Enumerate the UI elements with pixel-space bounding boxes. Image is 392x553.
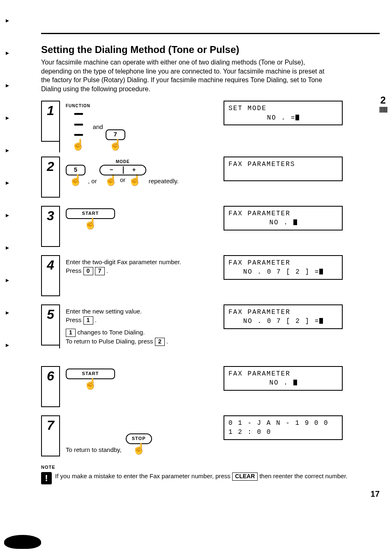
exclamation-icon: !	[41, 472, 52, 484]
display-line-1: FAX PARAMETER	[228, 308, 338, 317]
step-2: 2 5 ☝ , or MODE − + ☝ or ☝ rep	[41, 157, 380, 202]
chapter-tab: 2 ||||||||||||	[379, 94, 387, 113]
lcd-display: FAX PARAMETER NO . 0 7 [ 2 ] =	[224, 255, 343, 280]
step-action: To return to standby, STOP ☝	[59, 415, 219, 456]
press-hand-icon: ☝	[71, 139, 85, 150]
display-line-2: NO . =	[228, 113, 338, 122]
step-6: 6 START ☝ FAX PARAMETER NO .	[41, 366, 380, 411]
display-line-1: FAX PARAMETERS	[228, 160, 338, 169]
display-line-2: NO . 0 7 [ 2 ] =	[228, 317, 338, 326]
press-hand-icon: ☝	[84, 378, 97, 389]
chapter-number: 2	[379, 94, 387, 106]
section-rule	[41, 33, 380, 34]
clear-key: CLEAR	[232, 472, 258, 481]
step-7: 7 To return to standby, STOP ☝ 0 1 - J A…	[41, 415, 380, 461]
instruction-text: 1 changes to Tone Dialing.	[66, 328, 215, 337]
step-action: 5 ☝ , or MODE − + ☝ or ☝ repeatedly.	[59, 157, 219, 198]
instruction-text: To return to standby,	[66, 445, 122, 454]
joiner-text: , or	[88, 177, 97, 185]
lcd-display: FAX PARAMETER NO . 0 7 [ 2 ] =	[224, 304, 343, 329]
joiner-text: or	[120, 176, 125, 183]
page-title: Setting the Dialing Method (Tone or Puls…	[41, 44, 380, 55]
mode-rocker-key: − +	[99, 165, 146, 175]
step-action: START ☝	[59, 366, 219, 407]
binding-marks: ▸▸▸▸▸▸▸▸▸▸▸	[6, 16, 9, 349]
display-line-1: FAX PARAMETER	[228, 258, 338, 267]
press-hand-icon: ☝	[109, 139, 122, 150]
note-label: NOTE	[41, 465, 380, 470]
instruction-text: Enter the new setting value.	[66, 307, 215, 316]
thumb-index-marks: ||||||||||||	[379, 106, 387, 113]
lcd-display: SET MODE NO . =	[224, 101, 343, 125]
step-5: 5 Enter the new setting value. Press 1 .…	[41, 304, 380, 362]
display-line-1: 0 1 - J A N - 1 9 0 0 1 2 : 0 0	[228, 419, 338, 437]
step-4: 4 Enter the two-digit Fax parameter numb…	[41, 255, 380, 300]
step-3: 3 START ☝ FAX PARAMETER NO .	[41, 206, 380, 251]
cursor-block	[295, 115, 299, 120]
lcd-display: FAX PARAMETER NO .	[224, 206, 343, 230]
step-number: 4	[41, 255, 59, 296]
step-1: 1 FUNCTION ▪▪▪▪▪▪▪▪▪▪▪▪▪▪▪▪▪▪ ☝ and 7 ☝ …	[41, 101, 380, 152]
key-7: 7	[95, 267, 105, 275]
press-hand-icon: ☝	[128, 175, 141, 185]
instruction-text: To return to Pulse Dialing, press 2 .	[66, 337, 215, 346]
keypad-icon: ▪▪▪▪▪▪▪▪▪▪▪▪▪▪▪▪▪▪	[74, 109, 82, 140]
step-number: 3	[41, 206, 59, 247]
key-1: 1	[83, 316, 93, 325]
cursor-block	[319, 269, 323, 274]
press-hand-icon: ☝	[69, 175, 82, 185]
instruction-text: Press 1 .	[66, 316, 215, 325]
display-line-1: SET MODE	[228, 104, 338, 113]
instruction-text: Press 0 7 .	[66, 266, 215, 275]
step-number: 5	[41, 304, 59, 346]
step-number: 7	[41, 415, 59, 456]
steps-list: 1 FUNCTION ▪▪▪▪▪▪▪▪▪▪▪▪▪▪▪▪▪▪ ☝ and 7 ☝ …	[41, 101, 380, 461]
cursor-block	[293, 219, 297, 225]
joiner-text: and	[93, 122, 103, 131]
page-number: 17	[41, 489, 380, 499]
function-label: FUNCTION	[66, 103, 90, 109]
note-text: If you make a mistake to enter the Fax p…	[55, 472, 348, 484]
key-2: 2	[155, 338, 165, 346]
key-1: 1	[66, 329, 76, 337]
lcd-display: FAX PARAMETERS	[224, 157, 343, 181]
step-action: START ☝	[59, 206, 219, 247]
cursor-block	[293, 380, 297, 385]
display-line-1: FAX PARAMETER	[228, 209, 338, 218]
step-number: 6	[41, 366, 59, 407]
display-line-2: NO .	[228, 218, 338, 227]
step-action: FUNCTION ▪▪▪▪▪▪▪▪▪▪▪▪▪▪▪▪▪▪ ☝ and 7 ☝	[59, 101, 219, 152]
display-line-2: NO . 0 7 [ 2 ] =	[228, 267, 338, 276]
note-block: NOTE ! If you make a mistake to enter th…	[41, 465, 380, 484]
step-action: Enter the new setting value. Press 1 . 1…	[59, 304, 219, 348]
step-number: 1	[41, 101, 59, 142]
instruction-text: Enter the two-digit Fax parameter number…	[66, 258, 215, 266]
intro-paragraph: Your facsimile machine can operate with …	[41, 58, 329, 93]
press-hand-icon: ☝	[84, 218, 97, 229]
press-hand-icon: ☝	[132, 443, 145, 454]
display-line-2: NO .	[228, 378, 338, 387]
lcd-display: FAX PARAMETER NO .	[224, 366, 343, 391]
step-number: 2	[41, 157, 59, 198]
display-line-1: FAX PARAMETER	[228, 369, 338, 378]
mode-label: MODE	[100, 159, 145, 165]
key-0: 0	[83, 267, 93, 275]
press-hand-icon: ☝	[104, 175, 118, 185]
step-action: Enter the two-digit Fax parameter number…	[59, 255, 219, 296]
tail-text: repeatedly.	[149, 177, 179, 185]
lcd-display: 0 1 - J A N - 1 9 0 0 1 2 : 0 0	[224, 415, 343, 440]
cursor-block	[319, 318, 323, 324]
